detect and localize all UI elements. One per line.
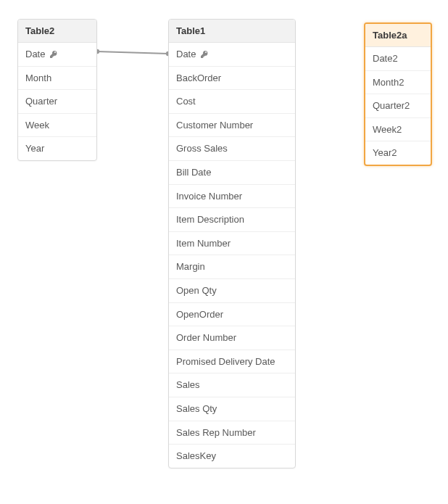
field-label: Date [25, 49, 45, 60]
field-label: Customer Number [176, 120, 253, 131]
field-row[interactable]: Date [18, 43, 96, 67]
field-row[interactable]: Gross Sales [169, 137, 295, 161]
field-row[interactable]: Margin [169, 255, 295, 279]
field-row[interactable]: Date2 [365, 47, 431, 71]
field-label: Quarter2 [373, 100, 410, 112]
field-label: Invoice Number [176, 191, 242, 202]
field-label: Margin [176, 261, 205, 273]
data-model-canvas[interactable]: Table2 Date Month Quarter Week Year Tabl… [0, 0, 448, 504]
field-row[interactable]: Week2 [365, 118, 431, 142]
field-row[interactable]: Cost [169, 90, 295, 114]
field-row[interactable]: Promised Delivery Date [169, 350, 295, 374]
field-label: Year [25, 143, 44, 154]
field-row[interactable]: Item Description [169, 208, 295, 232]
field-label: Promised Delivery Date [176, 356, 275, 368]
field-row[interactable]: Month [18, 67, 96, 91]
field-row[interactable]: Sales Rep Number [169, 421, 295, 445]
table-header: Table2 [18, 20, 96, 43]
field-label: Open Qty [176, 285, 217, 297]
field-label: Bill Date [176, 167, 211, 178]
field-row[interactable]: Date [169, 43, 295, 67]
field-label: SalesKey [176, 450, 216, 462]
field-label: Quarter [25, 96, 57, 107]
table-header: Table2a [365, 24, 431, 47]
field-label: Sales Qty [176, 403, 217, 415]
field-row[interactable]: Item Number [169, 232, 295, 256]
field-row[interactable]: Year2 [365, 141, 431, 165]
field-label: Week [25, 120, 49, 131]
field-row[interactable]: BackOrder [169, 67, 295, 91]
field-label: Year2 [373, 147, 397, 159]
svg-line-0 [97, 51, 168, 54]
key-icon [49, 50, 58, 59]
field-row[interactable]: Sales Qty [169, 397, 295, 421]
field-label: Sales [176, 379, 200, 391]
field-row[interactable]: Month2 [365, 71, 431, 95]
field-row[interactable]: Year [18, 137, 96, 160]
field-label: Week2 [373, 124, 402, 136]
field-label: Gross Sales [176, 143, 228, 154]
field-row[interactable]: Quarter [18, 90, 96, 114]
field-label: Item Number [176, 238, 231, 249]
field-row[interactable]: Sales [169, 373, 295, 397]
field-row[interactable]: Quarter2 [365, 94, 431, 118]
field-label: Cost [176, 96, 196, 107]
field-row[interactable]: Order Number [169, 326, 295, 350]
key-icon [200, 50, 209, 59]
field-label: Month2 [373, 77, 404, 88]
field-label: Item Description [176, 214, 244, 226]
field-row[interactable]: Customer Number [169, 114, 295, 138]
table-table1[interactable]: Table1 Date BackOrder Cost Customer Numb… [168, 19, 296, 468]
table-table2[interactable]: Table2 Date Month Quarter Week Year [17, 19, 97, 161]
field-row[interactable]: Open Qty [169, 279, 295, 303]
relation-line-table2-date-to-table1-date [94, 46, 171, 57]
field-row[interactable]: OpenOrder [169, 303, 295, 327]
field-label: Month [25, 73, 51, 84]
field-label: Date [176, 49, 196, 60]
field-row[interactable]: Week [18, 114, 96, 138]
field-row[interactable]: Invoice Number [169, 185, 295, 209]
table-table2a[interactable]: Table2a Date2 Month2 Quarter2 Week2 Year… [364, 22, 432, 166]
field-label: Sales Rep Number [176, 427, 256, 439]
field-row[interactable]: Bill Date [169, 161, 295, 185]
table-header: Table1 [169, 20, 295, 43]
field-label: Order Number [176, 332, 236, 344]
field-label: Date2 [373, 53, 398, 65]
field-row[interactable]: SalesKey [169, 445, 295, 468]
field-label: OpenOrder [176, 309, 223, 321]
field-label: BackOrder [176, 73, 221, 84]
